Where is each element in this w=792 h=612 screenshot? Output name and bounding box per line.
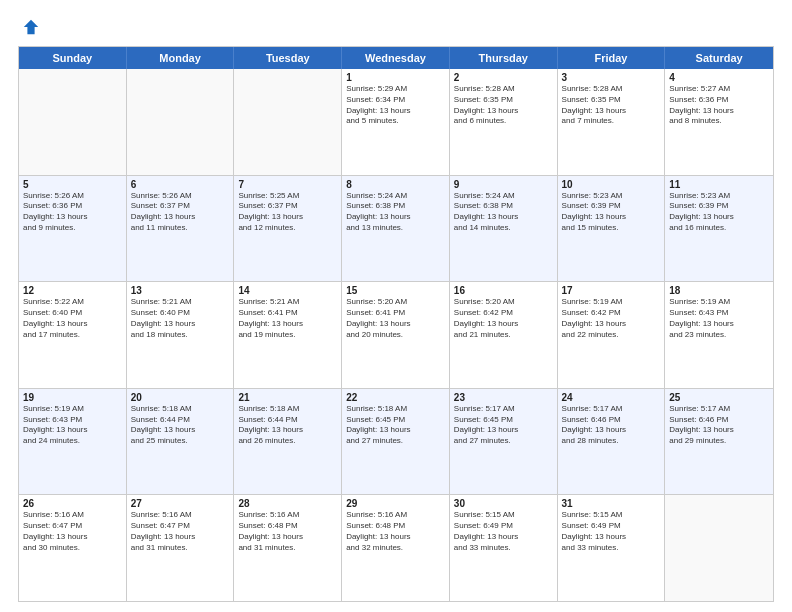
cell-info: Sunrise: 5:16 AMSunset: 6:47 PMDaylight:… [23,510,122,553]
day-number: 30 [454,498,553,509]
day-number: 14 [238,285,337,296]
calendar-row-5: 26Sunrise: 5:16 AMSunset: 6:47 PMDayligh… [19,494,773,601]
calendar: SundayMondayTuesdayWednesdayThursdayFrid… [18,46,774,602]
cell-info: Sunrise: 5:18 AMSunset: 6:45 PMDaylight:… [346,404,445,447]
day-number: 24 [562,392,661,403]
day-cell-12: 12Sunrise: 5:22 AMSunset: 6:40 PMDayligh… [19,282,127,388]
cell-info: Sunrise: 5:21 AMSunset: 6:40 PMDaylight:… [131,297,230,340]
cell-info: Sunrise: 5:16 AMSunset: 6:48 PMDaylight:… [346,510,445,553]
calendar-row-3: 12Sunrise: 5:22 AMSunset: 6:40 PMDayligh… [19,281,773,388]
empty-cell [127,69,235,175]
cell-info: Sunrise: 5:20 AMSunset: 6:41 PMDaylight:… [346,297,445,340]
empty-cell [19,69,127,175]
cell-info: Sunrise: 5:21 AMSunset: 6:41 PMDaylight:… [238,297,337,340]
day-number: 28 [238,498,337,509]
cell-info: Sunrise: 5:17 AMSunset: 6:45 PMDaylight:… [454,404,553,447]
day-number: 2 [454,72,553,83]
day-number: 1 [346,72,445,83]
cell-info: Sunrise: 5:19 AMSunset: 6:43 PMDaylight:… [669,297,769,340]
day-number: 23 [454,392,553,403]
day-number: 25 [669,392,769,403]
day-cell-14: 14Sunrise: 5:21 AMSunset: 6:41 PMDayligh… [234,282,342,388]
day-cell-28: 28Sunrise: 5:16 AMSunset: 6:48 PMDayligh… [234,495,342,601]
day-cell-4: 4Sunrise: 5:27 AMSunset: 6:36 PMDaylight… [665,69,773,175]
day-number: 9 [454,179,553,190]
svg-marker-0 [24,20,38,34]
cell-info: Sunrise: 5:16 AMSunset: 6:47 PMDaylight:… [131,510,230,553]
cell-info: Sunrise: 5:23 AMSunset: 6:39 PMDaylight:… [669,191,769,234]
day-cell-10: 10Sunrise: 5:23 AMSunset: 6:39 PMDayligh… [558,176,666,282]
day-cell-7: 7Sunrise: 5:25 AMSunset: 6:37 PMDaylight… [234,176,342,282]
header-day-sunday: Sunday [19,47,127,69]
empty-cell [234,69,342,175]
logo-icon [22,18,40,36]
day-number: 19 [23,392,122,403]
cell-info: Sunrise: 5:17 AMSunset: 6:46 PMDaylight:… [562,404,661,447]
day-number: 27 [131,498,230,509]
day-cell-1: 1Sunrise: 5:29 AMSunset: 6:34 PMDaylight… [342,69,450,175]
day-number: 31 [562,498,661,509]
day-number: 8 [346,179,445,190]
calendar-row-4: 19Sunrise: 5:19 AMSunset: 6:43 PMDayligh… [19,388,773,495]
header-day-wednesday: Wednesday [342,47,450,69]
empty-cell [665,495,773,601]
calendar-body: 1Sunrise: 5:29 AMSunset: 6:34 PMDaylight… [19,69,773,601]
day-cell-17: 17Sunrise: 5:19 AMSunset: 6:42 PMDayligh… [558,282,666,388]
day-cell-22: 22Sunrise: 5:18 AMSunset: 6:45 PMDayligh… [342,389,450,495]
cell-info: Sunrise: 5:24 AMSunset: 6:38 PMDaylight:… [346,191,445,234]
day-number: 22 [346,392,445,403]
day-cell-18: 18Sunrise: 5:19 AMSunset: 6:43 PMDayligh… [665,282,773,388]
day-number: 7 [238,179,337,190]
day-number: 12 [23,285,122,296]
day-cell-15: 15Sunrise: 5:20 AMSunset: 6:41 PMDayligh… [342,282,450,388]
day-number: 11 [669,179,769,190]
header-day-monday: Monday [127,47,235,69]
day-number: 13 [131,285,230,296]
cell-info: Sunrise: 5:29 AMSunset: 6:34 PMDaylight:… [346,84,445,127]
cell-info: Sunrise: 5:18 AMSunset: 6:44 PMDaylight:… [238,404,337,447]
day-number: 6 [131,179,230,190]
cell-info: Sunrise: 5:19 AMSunset: 6:43 PMDaylight:… [23,404,122,447]
cell-info: Sunrise: 5:15 AMSunset: 6:49 PMDaylight:… [454,510,553,553]
day-cell-30: 30Sunrise: 5:15 AMSunset: 6:49 PMDayligh… [450,495,558,601]
day-number: 16 [454,285,553,296]
day-cell-5: 5Sunrise: 5:26 AMSunset: 6:36 PMDaylight… [19,176,127,282]
cell-info: Sunrise: 5:16 AMSunset: 6:48 PMDaylight:… [238,510,337,553]
calendar-row-2: 5Sunrise: 5:26 AMSunset: 6:36 PMDaylight… [19,175,773,282]
day-number: 21 [238,392,337,403]
day-cell-9: 9Sunrise: 5:24 AMSunset: 6:38 PMDaylight… [450,176,558,282]
day-cell-2: 2Sunrise: 5:28 AMSunset: 6:35 PMDaylight… [450,69,558,175]
day-cell-19: 19Sunrise: 5:19 AMSunset: 6:43 PMDayligh… [19,389,127,495]
day-cell-8: 8Sunrise: 5:24 AMSunset: 6:38 PMDaylight… [342,176,450,282]
day-cell-24: 24Sunrise: 5:17 AMSunset: 6:46 PMDayligh… [558,389,666,495]
day-number: 20 [131,392,230,403]
cell-info: Sunrise: 5:20 AMSunset: 6:42 PMDaylight:… [454,297,553,340]
logo [18,18,40,36]
day-cell-3: 3Sunrise: 5:28 AMSunset: 6:35 PMDaylight… [558,69,666,175]
header [18,18,774,36]
day-number: 29 [346,498,445,509]
day-cell-6: 6Sunrise: 5:26 AMSunset: 6:37 PMDaylight… [127,176,235,282]
cell-info: Sunrise: 5:26 AMSunset: 6:37 PMDaylight:… [131,191,230,234]
day-cell-11: 11Sunrise: 5:23 AMSunset: 6:39 PMDayligh… [665,176,773,282]
page: SundayMondayTuesdayWednesdayThursdayFrid… [0,0,792,612]
day-number: 4 [669,72,769,83]
day-cell-27: 27Sunrise: 5:16 AMSunset: 6:47 PMDayligh… [127,495,235,601]
day-number: 5 [23,179,122,190]
header-day-saturday: Saturday [665,47,773,69]
cell-info: Sunrise: 5:22 AMSunset: 6:40 PMDaylight:… [23,297,122,340]
day-number: 3 [562,72,661,83]
day-cell-23: 23Sunrise: 5:17 AMSunset: 6:45 PMDayligh… [450,389,558,495]
cell-info: Sunrise: 5:28 AMSunset: 6:35 PMDaylight:… [454,84,553,127]
day-number: 26 [23,498,122,509]
cell-info: Sunrise: 5:19 AMSunset: 6:42 PMDaylight:… [562,297,661,340]
cell-info: Sunrise: 5:15 AMSunset: 6:49 PMDaylight:… [562,510,661,553]
calendar-header: SundayMondayTuesdayWednesdayThursdayFrid… [19,47,773,69]
day-number: 15 [346,285,445,296]
cell-info: Sunrise: 5:27 AMSunset: 6:36 PMDaylight:… [669,84,769,127]
cell-info: Sunrise: 5:24 AMSunset: 6:38 PMDaylight:… [454,191,553,234]
header-day-tuesday: Tuesday [234,47,342,69]
cell-info: Sunrise: 5:23 AMSunset: 6:39 PMDaylight:… [562,191,661,234]
day-cell-13: 13Sunrise: 5:21 AMSunset: 6:40 PMDayligh… [127,282,235,388]
cell-info: Sunrise: 5:17 AMSunset: 6:46 PMDaylight:… [669,404,769,447]
